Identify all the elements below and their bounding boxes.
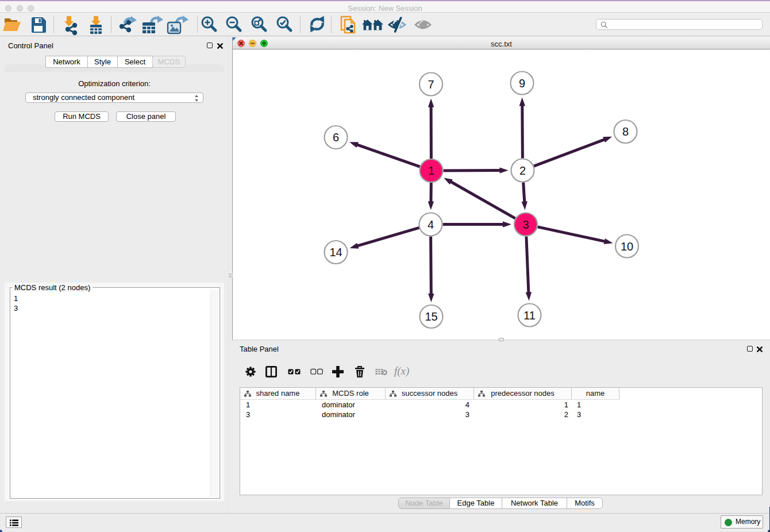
svg-text:10: 10: [621, 240, 633, 253]
svg-text:2: 2: [519, 164, 526, 177]
svg-text:1: 1: [428, 164, 434, 177]
svg-text:11: 11: [523, 309, 536, 322]
svg-text:8: 8: [622, 125, 629, 138]
svg-text:7: 7: [428, 78, 434, 91]
svg-text:15: 15: [425, 310, 437, 323]
svg-text:4: 4: [428, 218, 434, 231]
svg-text:14: 14: [329, 246, 342, 259]
svg-text:6: 6: [333, 131, 339, 144]
svg-text:3: 3: [522, 218, 529, 231]
svg-text:9: 9: [519, 77, 525, 90]
